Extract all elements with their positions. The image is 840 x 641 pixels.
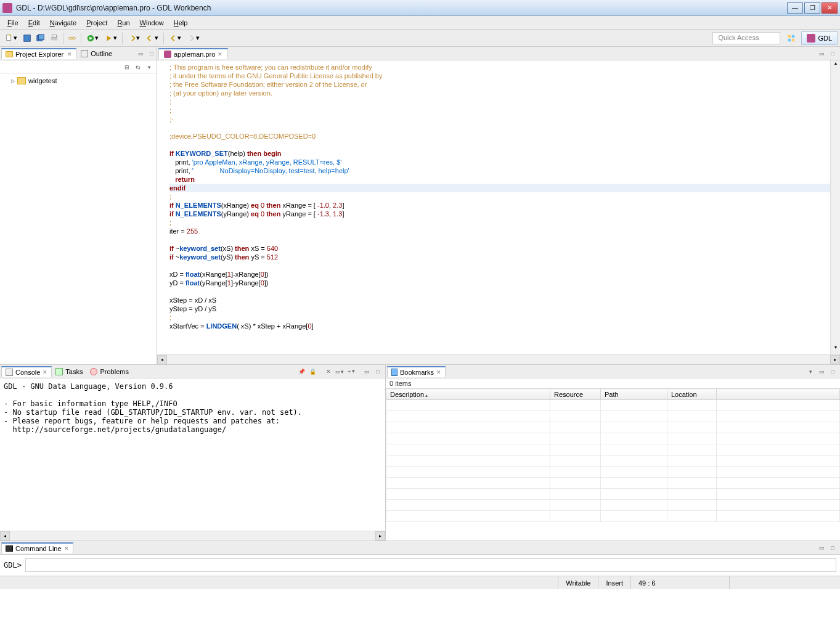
save-button[interactable] — [21, 32, 33, 44]
status-empty — [729, 576, 840, 589]
app-icon — [2, 3, 12, 13]
status-writable: Writable — [558, 576, 598, 589]
cmdline-maximize-button[interactable]: □ — [828, 543, 838, 553]
close-icon[interactable]: ✕ — [67, 51, 72, 57]
print-button[interactable] — [48, 32, 60, 44]
run-last-button[interactable]: ▾ — [102, 32, 120, 44]
tab-project-explorer[interactable]: Project Explorer ✕ — [1, 48, 76, 59]
menu-file[interactable]: File — [2, 18, 23, 28]
editor-pane: appleman.pro ✕ ▭ □ ; This program is fre… — [157, 47, 840, 364]
pin-console-button[interactable]: 📌 — [296, 367, 306, 377]
view-menu-button[interactable]: ▾ — [144, 62, 154, 72]
scroll-left-icon[interactable]: ◂ — [0, 531, 10, 541]
gdl-perspective-button[interactable]: GDL — [801, 31, 838, 45]
view-maximize-button[interactable]: □ — [147, 49, 157, 59]
code-editor[interactable]: ; This program is free software; you can… — [157, 60, 840, 354]
editor-maximize-button[interactable]: □ — [828, 49, 838, 59]
close-icon[interactable]: ✕ — [436, 369, 441, 375]
bookmarks-maximize-button[interactable]: □ — [828, 367, 838, 377]
console-output[interactable]: GDL - GNU Data Language, Version 0.9.6 -… — [0, 378, 385, 531]
link-button[interactable] — [66, 32, 78, 44]
close-button[interactable]: ✕ — [822, 2, 838, 14]
view-minimize-button[interactable]: ▭ — [136, 49, 145, 59]
commandline-input[interactable] — [25, 558, 836, 572]
display-console-button[interactable]: ▭▾ — [335, 367, 345, 377]
minimize-button[interactable]: — — [787, 2, 803, 14]
quick-access-input[interactable]: Quick Access — [712, 32, 780, 44]
file-icon — [164, 51, 171, 58]
menu-navigate[interactable]: Navigate — [45, 18, 81, 28]
scroll-right-icon[interactable]: ▸ — [375, 531, 385, 541]
menu-run[interactable]: Run — [112, 18, 134, 28]
scroll-up-icon[interactable]: ▴ — [831, 60, 840, 70]
next-annotation-button[interactable]: ▾ — [125, 32, 142, 44]
bookmarks-tabs: Bookmarks ✕ ▾ ▭ □ — [386, 365, 840, 378]
save-all-button[interactable] — [35, 32, 47, 44]
tab-tasks[interactable]: Tasks — [52, 366, 86, 377]
clear-console-button[interactable]: ✕ — [324, 367, 333, 377]
bookmarks-menu-button[interactable]: ▾ — [805, 367, 815, 377]
bookmarks-table[interactable]: Description Resource Path Location — [386, 388, 840, 522]
bookmarks-minimize-button[interactable]: ▭ — [817, 367, 826, 377]
tab-outline[interactable]: Outline — [76, 48, 116, 59]
col-location[interactable]: Location — [667, 389, 717, 400]
editor-minimize-button[interactable]: ▭ — [817, 49, 826, 59]
col-resource[interactable]: Resource — [550, 389, 601, 400]
menu-help[interactable]: Help — [169, 18, 193, 28]
bookmark-icon — [391, 369, 398, 376]
outline-icon — [81, 50, 88, 57]
col-path[interactable]: Path — [601, 389, 667, 400]
perspective-label: GDL — [818, 35, 832, 42]
svg-rect-9 — [788, 35, 791, 37]
svg-rect-12 — [792, 38, 794, 41]
editor-h-scrollbar[interactable]: ◂ ▸ — [157, 354, 840, 364]
console-maximize-button[interactable]: □ — [373, 367, 383, 377]
menu-project[interactable]: Project — [81, 18, 112, 28]
tab-problems[interactable]: Problems — [86, 366, 132, 377]
tree-item-widgetest[interactable]: ▷ widgetest — [2, 76, 154, 85]
toolbar-separator — [81, 33, 81, 44]
status-cursor-pos: 49 : 6 — [630, 576, 729, 589]
menu-window[interactable]: Window — [135, 18, 169, 28]
back-button[interactable]: ▾ — [166, 32, 184, 44]
project-tree[interactable]: ▷ widgetest — [0, 74, 157, 364]
svg-rect-1 — [24, 35, 31, 41]
tab-console[interactable]: Console ✕ — [1, 366, 52, 377]
link-editor-button[interactable]: ⇆ — [133, 62, 143, 72]
new-console-button[interactable]: ＋▾ — [346, 367, 356, 377]
scroll-down-icon[interactable]: ▾ — [831, 345, 840, 354]
maximize-button[interactable]: ❐ — [804, 2, 820, 14]
run-button[interactable]: ▾ — [84, 32, 101, 44]
prev-annotation-button[interactable]: ▾ — [144, 32, 161, 44]
forward-button[interactable]: ▾ — [185, 32, 202, 44]
menu-edit[interactable]: Edit — [23, 18, 45, 28]
editor-v-scrollbar[interactable]: ▴ ▾ — [830, 60, 840, 354]
console-h-scrollbar[interactable]: ◂ ▸ — [0, 531, 385, 541]
svg-rect-3 — [39, 34, 44, 39]
status-insert: Insert — [598, 576, 630, 589]
tab-commandline[interactable]: Command Line ✕ — [1, 542, 73, 553]
open-perspective-button[interactable] — [785, 32, 797, 44]
window-titlebar: GDL - D:\#GDL\gdl\src\pro\appleman.pro -… — [0, 0, 840, 16]
close-icon[interactable]: ✕ — [43, 369, 47, 375]
console-minimize-button[interactable]: ▭ — [362, 367, 372, 377]
expand-icon[interactable]: ▷ — [11, 78, 15, 84]
collapse-all-button[interactable]: ⊟ — [122, 62, 132, 72]
console-pane: Console ✕ Tasks Problems 📌 🔒 ✕ ▭▾ ＋▾ — [0, 365, 386, 541]
tab-bookmarks[interactable]: Bookmarks ✕ — [387, 366, 446, 377]
col-description[interactable]: Description — [386, 389, 550, 400]
new-button[interactable]: ▾ — [2, 32, 20, 44]
close-icon[interactable]: ✕ — [64, 545, 69, 552]
bookmarks-body: 0 items Description Resource Path Locati… — [386, 378, 840, 541]
scroll-left-icon[interactable]: ◂ — [157, 355, 167, 364]
tab-appleman[interactable]: appleman.pro ✕ — [158, 48, 228, 59]
workbench: Project Explorer ✕ Outline ▭ □ ⊟ ⇆ ▾ ▷ w… — [0, 47, 840, 365]
tab-label: Console — [15, 369, 40, 376]
editor-tabs: appleman.pro ✕ ▭ □ — [157, 47, 840, 60]
scroll-right-icon[interactable]: ▸ — [830, 355, 840, 364]
scroll-lock-button[interactable]: 🔒 — [308, 367, 317, 377]
toolbar-separator — [163, 33, 164, 44]
tab-label: Outline — [91, 50, 112, 57]
cmdline-minimize-button[interactable]: ▭ — [817, 543, 826, 553]
close-icon[interactable]: ✕ — [218, 51, 222, 57]
